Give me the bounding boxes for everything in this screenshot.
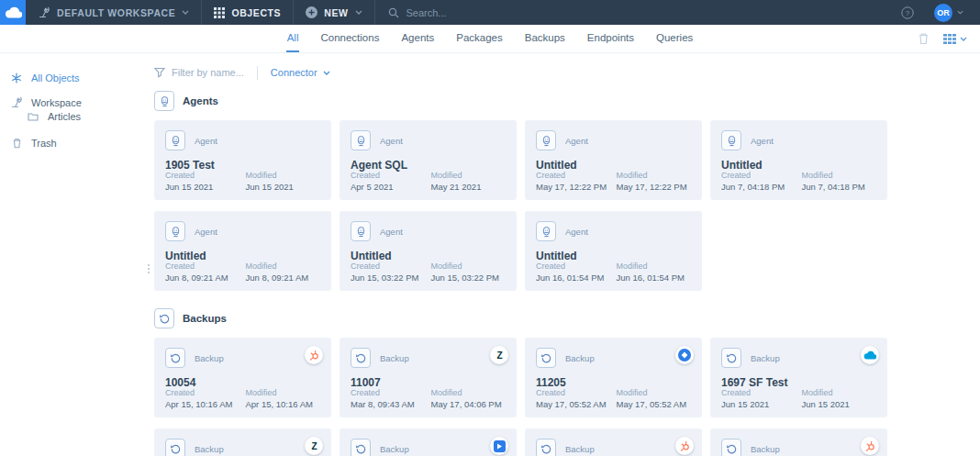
object-card[interactable]: Backup10054CreatedApr 15, 10:16 AMModifi…	[154, 338, 331, 417]
tab-all[interactable]: All	[286, 25, 300, 52]
object-card[interactable]: AgentUntitledCreatedJun 8, 09:21 AMModif…	[154, 211, 331, 291]
connector-filter-dropdown[interactable]: Connector	[271, 67, 330, 78]
card-meta: CreatedJun 8, 09:21 AMModifiedJun 8, 09:…	[165, 261, 326, 283]
tab-endpoints[interactable]: Endpoints	[586, 25, 635, 52]
modified-label: Modified	[617, 171, 697, 180]
card-head: Backup	[536, 348, 691, 368]
object-card[interactable]: AgentUntitledCreatedJun 7, 04:18 PMModif…	[710, 120, 887, 200]
sidebar-item-all-objects[interactable]: All Objects	[0, 71, 154, 84]
created-meta: CreatedJun 15, 03:22 PM	[351, 261, 431, 283]
modified-label: Modified	[246, 388, 327, 397]
modified-value: Jun 15 2021	[246, 182, 327, 192]
sidebar-item-workspace[interactable]: Workspace	[0, 95, 154, 109]
object-card[interactable]: Backup4136	[525, 428, 702, 456]
sidebar-item-articles[interactable]: Articles	[0, 109, 154, 123]
modified-value: Jun 8, 09:21 AM	[246, 272, 327, 283]
object-card[interactable]: AgentAgent SQLCreatedApr 5 2021ModifiedM…	[340, 120, 517, 200]
tab-backups[interactable]: Backups	[524, 25, 566, 52]
created-meta: CreatedJun 7, 04:18 PM	[721, 171, 802, 192]
tab-bar: AllConnectionsAgentsPackagesBackupsEndpo…	[0, 25, 980, 53]
modified-value: May 17, 05:52 AM	[617, 399, 697, 409]
modified-value: May 17, 12:22 PM	[617, 182, 697, 192]
card-head: Agent	[536, 130, 691, 150]
created-label: Created	[721, 171, 802, 180]
folder-icon	[27, 112, 39, 121]
created-value: Jun 15 2021	[721, 399, 802, 409]
svg-text:Z: Z	[496, 350, 502, 361]
sections: AgentsAgent1905 TestCreatedJun 15 2021Mo…	[154, 91, 980, 456]
new-label: NEW	[324, 7, 348, 18]
workspace-label: DEFAULT WORKSPACE	[57, 7, 175, 18]
plus-circle-icon	[306, 6, 317, 18]
connector-badge	[675, 346, 694, 364]
object-card[interactable]: Backup1697 SF TestCreatedJun 15 2021Modi…	[710, 338, 887, 417]
modified-label: Modified	[431, 171, 512, 180]
trash-icon	[10, 138, 23, 149]
card-type-icon-box	[351, 130, 371, 150]
card-type-icon-box	[351, 348, 371, 368]
objects-nav-button[interactable]: OBJECTS	[202, 0, 293, 25]
modified-label: Modified	[802, 171, 883, 180]
tab-list: AllConnectionsAgentsPackagesBackupsEndpo…	[276, 25, 705, 52]
modified-value: Jun 15 2021	[802, 399, 883, 409]
bluearrow-icon	[494, 440, 506, 452]
card-head: Agent	[165, 130, 320, 150]
chevron-down-icon	[182, 10, 189, 15]
created-meta: CreatedJun 15 2021	[721, 388, 802, 409]
object-card[interactable]: AgentUntitledCreatedJun 15, 03:22 PMModi…	[340, 211, 517, 291]
object-card[interactable]: Backup4136_1	[710, 428, 887, 456]
filter-divider	[257, 66, 258, 80]
backup-icon	[726, 443, 738, 455]
card-meta: CreatedJun 15 2021ModifiedJun 15 2021	[721, 388, 882, 409]
card-title: 11205	[536, 376, 691, 389]
card-grid-backups: Backup10054CreatedApr 15, 10:16 AMModifi…	[154, 338, 980, 456]
modified-meta: ModifiedJun 15, 03:22 PM	[431, 261, 512, 283]
app-logo[interactable]	[0, 0, 26, 25]
card-type-icon-box	[165, 130, 185, 150]
modified-label: Modified	[802, 388, 883, 397]
tab-queries[interactable]: Queries	[655, 25, 694, 52]
created-meta: CreatedMay 17, 05:52 AM	[536, 388, 617, 409]
workspace-switcher[interactable]: DEFAULT WORKSPACE	[26, 0, 201, 25]
asterisk-icon	[10, 72, 23, 83]
help-icon[interactable]: ?	[901, 6, 914, 19]
card-head: Agent	[351, 130, 506, 150]
card-head: Backup	[721, 348, 876, 368]
card-type-icon-box	[351, 221, 371, 241]
salesforce-icon	[863, 350, 876, 360]
card-head: Agent	[351, 221, 506, 241]
card-meta: CreatedJun 16, 01:54 PMModifiedJun 16, 0…	[536, 261, 696, 283]
created-meta: CreatedJun 15 2021	[165, 171, 246, 192]
tab-connections[interactable]: Connections	[319, 25, 380, 52]
sidebar-item-trash[interactable]: Trash	[0, 136, 154, 150]
object-card[interactable]: AgentUntitledCreatedMay 17, 12:22 PMModi…	[525, 120, 702, 200]
backup-icon	[159, 313, 171, 325]
object-card[interactable]: Backup3699	[340, 428, 517, 456]
created-label: Created	[165, 388, 246, 397]
sidebar-resize-handle[interactable]	[148, 264, 150, 273]
object-card[interactable]: Agent1905 TestCreatedJun 15 2021Modified…	[154, 120, 331, 200]
object-card[interactable]: BackupZ11007CreatedMar 8, 09:43 AMModifi…	[340, 338, 517, 417]
agent-icon	[170, 135, 182, 147]
tab-packages[interactable]: Packages	[455, 25, 504, 52]
backup-icon	[540, 443, 552, 455]
modified-meta: ModifiedApr 15, 10:16 AM	[246, 388, 327, 409]
section-icon-box	[154, 308, 174, 328]
new-button[interactable]: NEW	[294, 0, 373, 25]
tab-agents[interactable]: Agents	[400, 25, 435, 52]
card-type-label: Backup	[565, 353, 595, 363]
delete-trash-icon[interactable]	[918, 32, 930, 45]
modified-value: Apr 15, 10:16 AM	[246, 399, 327, 409]
page-body: All ObjectsWorkspaceArticlesTrash Filter…	[0, 53, 980, 456]
object-card[interactable]: BackupZ2333	[154, 428, 331, 456]
objects-label: OBJECTS	[231, 7, 281, 18]
user-menu[interactable]: OR	[934, 4, 963, 22]
modified-value: Jun 7, 04:18 PM	[802, 182, 883, 192]
search-input[interactable]: Search...	[375, 0, 573, 25]
object-card[interactable]: Backup11205CreatedMay 17, 05:52 AMModifi…	[525, 338, 702, 417]
backup-icon	[170, 352, 182, 364]
filter-by-name-input[interactable]: Filter by name...	[154, 67, 244, 78]
object-card[interactable]: AgentUntitledCreatedJun 16, 01:54 PMModi…	[525, 211, 702, 291]
view-switcher[interactable]	[943, 34, 967, 44]
zendesk-icon: Z	[495, 350, 505, 361]
